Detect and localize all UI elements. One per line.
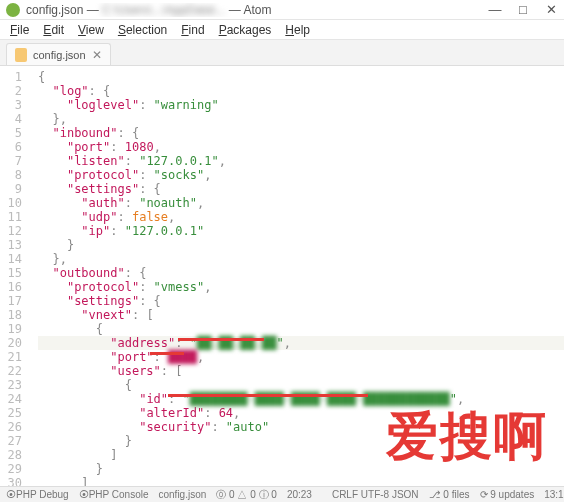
- code-line[interactable]: "ip": "127.0.0.1": [38, 224, 564, 238]
- line-number: 24: [0, 392, 22, 406]
- code-editor[interactable]: 1234567891011121314151617181920212223242…: [0, 66, 564, 486]
- redaction-line: [168, 394, 368, 397]
- status-cursor[interactable]: 20:23: [287, 489, 312, 500]
- line-number: 3: [0, 98, 22, 112]
- status-file[interactable]: config.json: [159, 489, 207, 500]
- code-line[interactable]: "auth": "noauth",: [38, 196, 564, 210]
- menu-find[interactable]: Find: [175, 21, 210, 39]
- line-number: 8: [0, 168, 22, 182]
- code-line[interactable]: {: [38, 322, 564, 336]
- line-number: 21: [0, 350, 22, 364]
- line-number: 22: [0, 364, 22, 378]
- status-php-debug[interactable]: ⦿PHP Debug: [6, 489, 69, 500]
- code-line[interactable]: "address": "██.██.██.██",: [38, 336, 564, 350]
- code-line[interactable]: "alterId": 64,: [38, 406, 564, 420]
- code-line[interactable]: "settings": {: [38, 294, 564, 308]
- line-number: 11: [0, 210, 22, 224]
- menu-view[interactable]: View: [72, 21, 110, 39]
- line-number: 6: [0, 140, 22, 154]
- tab-close-icon[interactable]: ✕: [92, 48, 102, 62]
- code-line[interactable]: "vnext": [: [38, 308, 564, 322]
- line-number: 18: [0, 308, 22, 322]
- line-number: 25: [0, 406, 22, 420]
- close-button[interactable]: ✕: [544, 2, 558, 17]
- redaction-line: [150, 352, 184, 355]
- menu-packages[interactable]: Packages: [213, 21, 278, 39]
- code-line[interactable]: "loglevel": "warning": [38, 98, 564, 112]
- line-number: 13: [0, 238, 22, 252]
- line-number: 4: [0, 112, 22, 126]
- minimize-button[interactable]: —: [488, 2, 502, 17]
- status-php-console[interactable]: ⦿PHP Console: [79, 489, 149, 500]
- line-gutter: 1234567891011121314151617181920212223242…: [0, 66, 30, 486]
- code-line[interactable]: "log": {: [38, 84, 564, 98]
- line-number: 5: [0, 126, 22, 140]
- code-line[interactable]: }: [38, 238, 564, 252]
- status-encoding[interactable]: CRLF UTF-8 JSON: [332, 489, 419, 500]
- line-number: 2: [0, 84, 22, 98]
- line-number: 27: [0, 434, 22, 448]
- line-number: 1: [0, 70, 22, 84]
- line-number: 29: [0, 462, 22, 476]
- code-line[interactable]: "inbound": {: [38, 126, 564, 140]
- tab-label: config.json: [33, 49, 86, 61]
- menu-selection[interactable]: Selection: [112, 21, 173, 39]
- code-line[interactable]: ]: [38, 448, 564, 462]
- maximize-button[interactable]: □: [516, 2, 530, 17]
- menu-bar: FileEditViewSelectionFindPackagesHelp: [0, 20, 564, 40]
- line-number: 12: [0, 224, 22, 238]
- code-line[interactable]: {: [38, 70, 564, 84]
- status-bar: ⦿PHP Debug ⦿PHP Console config.json ⓪ 0 …: [0, 486, 564, 502]
- line-number: 9: [0, 182, 22, 196]
- code-line[interactable]: }: [38, 434, 564, 448]
- code-line[interactable]: "users": [: [38, 364, 564, 378]
- line-number: 10: [0, 196, 22, 210]
- line-number: 26: [0, 420, 22, 434]
- window-title: config.json — C:\Users\...\AppData\... —…: [26, 3, 488, 17]
- atom-icon: [6, 3, 20, 17]
- line-number: 28: [0, 448, 22, 462]
- menu-help[interactable]: Help: [279, 21, 316, 39]
- file-icon: [15, 48, 27, 62]
- code-line[interactable]: "protocol": "socks",: [38, 168, 564, 182]
- tab-bar: config.json ✕: [0, 40, 564, 66]
- code-line[interactable]: }: [38, 462, 564, 476]
- menu-edit[interactable]: Edit: [37, 21, 70, 39]
- code-line[interactable]: "outbound": {: [38, 266, 564, 280]
- status-git[interactable]: ⎇ 0 files: [429, 489, 470, 500]
- code-line[interactable]: "port": ████,: [38, 350, 564, 364]
- code-line[interactable]: {: [38, 378, 564, 392]
- line-number: 16: [0, 280, 22, 294]
- code-line[interactable]: },: [38, 252, 564, 266]
- status-diagnostics[interactable]: ⓪ 0 △ 0 ⓘ 0: [216, 488, 277, 502]
- code-line[interactable]: "settings": {: [38, 182, 564, 196]
- line-number: 14: [0, 252, 22, 266]
- status-time: 13:13: [544, 489, 564, 500]
- code-line[interactable]: "udp": false,: [38, 210, 564, 224]
- line-number: 23: [0, 378, 22, 392]
- code-line[interactable]: "listen": "127.0.0.1",: [38, 154, 564, 168]
- redaction-line: [178, 338, 264, 341]
- line-number: 15: [0, 266, 22, 280]
- tab-config-json[interactable]: config.json ✕: [6, 43, 111, 65]
- line-number: 20: [0, 336, 22, 350]
- status-updates[interactable]: ⟳ 9 updates: [480, 489, 535, 500]
- line-number: 7: [0, 154, 22, 168]
- code-line[interactable]: "security": "auto": [38, 420, 564, 434]
- line-number: 19: [0, 322, 22, 336]
- code-content[interactable]: { "log": { "loglevel": "warning" }, "inb…: [30, 66, 564, 486]
- title-bar: config.json — C:\Users\...\AppData\... —…: [0, 0, 564, 20]
- code-line[interactable]: "port": 1080,: [38, 140, 564, 154]
- menu-file[interactable]: File: [4, 21, 35, 39]
- code-line[interactable]: "protocol": "vmess",: [38, 280, 564, 294]
- line-number: 17: [0, 294, 22, 308]
- code-line[interactable]: },: [38, 112, 564, 126]
